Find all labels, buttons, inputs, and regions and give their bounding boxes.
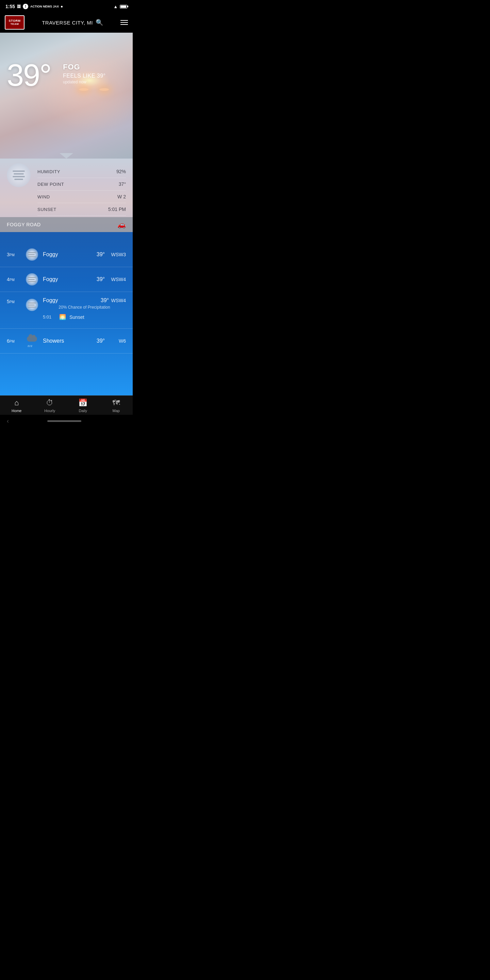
sunset-time: 5:01 [43,314,56,320]
nav-hourly[interactable]: ⏱ Hourly [33,398,67,413]
hourly-section: 3PM Foggy 39° WSW3 4PM [0,232,133,395]
logo-line2: TEAM [11,23,19,26]
hourly-condition-6pm: Showers [43,338,87,344]
hourly-icon-3pm [25,248,39,261]
hourly-condition-5pm: Foggy [43,298,95,304]
status-icons: ▲ [113,4,127,9]
weather-hero: 39° FOG FEELS LIKE 39° updated now [0,33,133,159]
hourly-temp-3pm: 39° [91,251,105,258]
nav-map[interactable]: 🗺 Map [100,398,133,413]
wind-value: W 2 [118,194,126,199]
search-icon[interactable]: 🔍 [95,19,103,26]
nav-home[interactable]: ⌂ Home [0,398,33,413]
hourly-temp-6pm: 39° [91,338,105,344]
hourly-icon-6pm [25,334,39,348]
battery-icon [120,5,127,8]
rain-drops [28,345,32,347]
gesture-bar: ‹ [0,415,133,428]
dewpoint-label: DEW POINT [37,182,64,187]
hourly-time-5pm: 5PM [7,299,21,304]
news-badge: ACTION NEWS JAX [30,5,59,8]
dewpoint-value: 37° [119,181,126,187]
sunset-row: SUNSET 5:01 PM [37,203,126,216]
hourly-wind-4pm: WSW4 [109,277,126,282]
hourly-icon: ⏱ [46,398,53,407]
alert-icon: ! [23,4,28,9]
storm-team-logo[interactable]: STORM TEAM [5,15,24,30]
temperature-display: 39° [7,58,51,92]
hourly-row-6pm[interactable]: 6PM Showers 39° W6 [0,329,133,353]
hourly-row-4pm[interactable]: 4PM Foggy 39° WSW4 [0,267,133,292]
home-label: Home [11,409,21,413]
humidity-value: 92% [116,169,126,174]
sunset-value: 5:01 PM [108,207,126,212]
hourly-temp-5pm: 39° [95,298,109,304]
hourly-row-3pm[interactable]: 3PM Foggy 39° WSW3 [0,242,133,267]
hourly-5pm-details: Foggy 39° WSW4 20% Chance of Precipitati… [43,298,126,323]
app-header: STORM TEAM TRAVERSE CITY, MI 🔍 [0,12,133,33]
fog-icon [7,163,30,187]
status-bar: 1:55 🖼 ! ACTION NEWS JAX ▲ [0,0,133,12]
hourly-label: Hourly [44,409,55,413]
wind-row: WIND W 2 [37,191,126,203]
sunset-icon: 🌅 [59,314,66,320]
time-display: 1:55 [5,4,15,9]
hourly-wind-3pm: WSW3 [109,252,126,257]
home-icon: ⌂ [14,398,19,407]
daily-label: Daily [79,409,87,413]
wifi-icon: ▲ [113,4,118,9]
hourly-time-3pm: 3PM [7,252,21,257]
hourly-wind-5pm: WSW4 [109,298,126,303]
road-hazard-icon: 🚗 [118,221,126,229]
sunset-label: Sunset [69,314,84,320]
photo-icon: 🖼 [17,5,21,8]
bottom-navigation: ⌂ Home ⏱ Hourly 📅 Daily 🗺 Map [0,395,133,415]
home-gesture-pill [47,420,81,422]
hourly-row-5pm[interactable]: 5PM Foggy 39° WSW4 20% Chance of Precipi… [0,292,133,329]
map-label: Map [113,409,120,413]
wind-label: WIND [37,194,50,199]
back-chevron[interactable]: ‹ [7,417,9,425]
hero-content: 39° [0,33,133,97]
dewpoint-row: DEW POINT 37° [37,178,126,191]
map-icon: 🗺 [112,398,120,407]
hourly-icon-4pm [25,272,39,286]
precip-chance-5pm: 20% Chance of Precipitation [43,305,126,310]
nav-daily[interactable]: 📅 Daily [66,398,100,413]
menu-button[interactable] [121,20,128,25]
hero-pointer [60,153,73,159]
hourly-temp-4pm: 39° [91,276,105,282]
sunset-label: SUNSET [37,207,56,212]
hourly-time-6pm: 6PM [7,338,21,344]
hourly-wind-6pm: W6 [109,338,126,344]
status-time: 1:55 🖼 ! ACTION NEWS JAX [5,4,63,9]
foggy-road-label: FOGGY ROAD [7,222,41,227]
hourly-condition-3pm: Foggy [43,251,87,258]
humidity-row: HUMIDITY 92% [37,165,126,178]
hourly-icon-5pm [25,298,39,312]
details-panel: HUMIDITY 92% DEW POINT 37° WIND W 2 SUNS… [0,159,133,232]
hourly-condition-4pm: Foggy [43,276,87,282]
header-center: TRAVERSE CITY, MI 🔍 [24,19,121,26]
city-name: TRAVERSE CITY, MI [42,20,93,25]
humidity-label: HUMIDITY [37,169,60,174]
hourly-time-4pm: 4PM [7,277,21,282]
foggy-road-alert[interactable]: FOGGY ROAD 🚗 [0,217,133,232]
daily-icon: 📅 [78,398,88,407]
details-rows: HUMIDITY 92% DEW POINT 37° WIND W 2 SUNS… [37,165,126,216]
notification-dot [61,6,63,8]
sunset-row-5pm: 5:01 🌅 Sunset [43,311,126,323]
